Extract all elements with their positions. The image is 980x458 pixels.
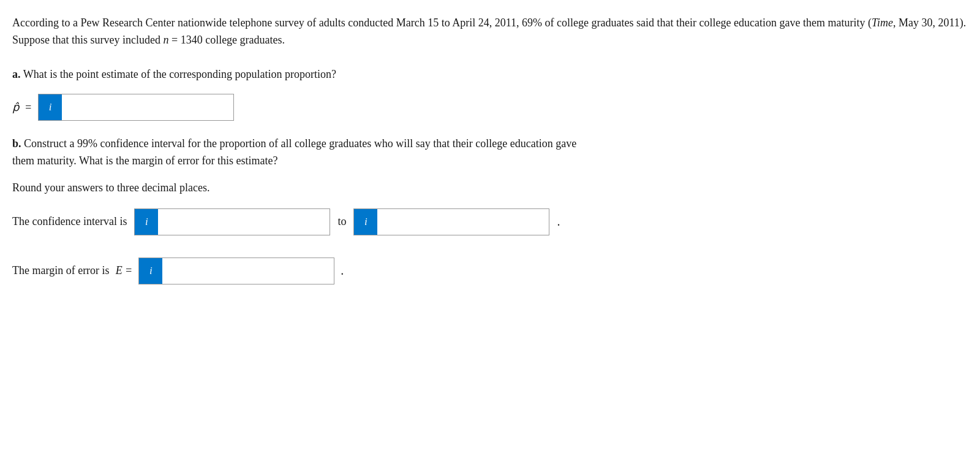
- part-a-section: a. What is the point estimate of the cor…: [12, 66, 968, 121]
- part-b-section: b. Construct a 99% confidence interval f…: [12, 135, 968, 284]
- margin-input[interactable]: [162, 258, 334, 284]
- part-a-input[interactable]: [62, 94, 233, 120]
- intro-text-1: According to a Pew Research Center natio…: [12, 17, 872, 29]
- confidence-lower-icon-button[interactable]: i: [135, 209, 158, 235]
- problem-intro: According to a Pew Research Center natio…: [12, 15, 968, 49]
- confidence-interval-row: The confidence interval is i to i .: [12, 208, 968, 235]
- confidence-period: .: [557, 215, 560, 229]
- margin-input-container: i: [138, 258, 334, 284]
- source-italic: Time: [872, 17, 893, 29]
- confidence-lower-input[interactable]: [158, 209, 330, 235]
- p-hat-label: p̂ =: [12, 101, 32, 114]
- n-equals: = 1340: [168, 34, 202, 46]
- to-label: to: [337, 215, 346, 228]
- margin-of-error-label: The margin of error is: [12, 264, 110, 277]
- part-a-question: a. What is the point estimate of the cor…: [12, 66, 968, 83]
- confidence-upper-input[interactable]: [377, 209, 549, 235]
- part-a-question-body: What is the point estimate of the corres…: [23, 68, 336, 80]
- part-a-icon-button[interactable]: i: [39, 94, 62, 120]
- round-note: Round your answers to three decimal plac…: [12, 180, 968, 196]
- part-b-label: b.: [12, 137, 21, 150]
- margin-period: .: [341, 264, 344, 278]
- part-b-question-body-2: them maturity. What is the margin of err…: [12, 155, 278, 167]
- margin-icon-button[interactable]: i: [139, 258, 162, 284]
- confidence-upper-icon-button[interactable]: i: [354, 209, 377, 235]
- part-a-label: a.: [12, 68, 21, 80]
- part-a-input-row: p̂ = i: [12, 94, 968, 121]
- part-b-question: b. Construct a 99% confidence interval f…: [12, 135, 968, 170]
- confidence-upper-container: i: [353, 208, 549, 235]
- e-label: E =: [116, 264, 133, 277]
- part-a-input-container: i: [38, 94, 234, 121]
- confidence-lower-container: i: [134, 208, 330, 235]
- margin-of-error-row: The margin of error is E = i .: [12, 258, 968, 284]
- confidence-interval-label: The confidence interval is: [12, 215, 127, 228]
- part-b-question-body-1: Construct a 99% confidence interval for …: [24, 137, 576, 150]
- intro-text-3: college graduates.: [203, 34, 285, 46]
